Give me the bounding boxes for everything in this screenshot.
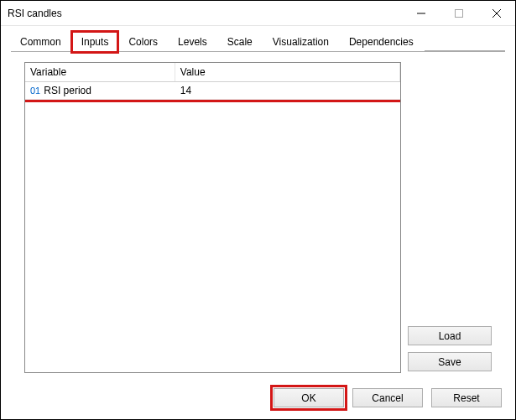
inputs-table: Variable Value 01 RSI period 14 (24, 62, 401, 373)
tab-scale[interactable]: Scale (218, 32, 262, 51)
row-variable: 01 RSI period (25, 82, 175, 99)
table-row[interactable]: 01 RSI period 14 (25, 82, 400, 100)
cancel-button[interactable]: Cancel (352, 388, 423, 407)
reset-button[interactable]: Reset (431, 388, 502, 407)
load-button[interactable]: Load (408, 326, 492, 345)
close-button[interactable] (477, 1, 515, 25)
tab-content: Variable Value 01 RSI period 14 Load Sav… (11, 51, 505, 380)
highlighted-table-area: Variable Value 01 RSI period 14 (25, 63, 400, 100)
row-variable-name: RSI period (44, 85, 91, 96)
row-value[interactable]: 14 (175, 82, 400, 99)
maximize-button (440, 1, 477, 25)
tab-colors[interactable]: Colors (119, 32, 167, 51)
dialog-window: RSI candles Common Inputs Colors Levels … (0, 0, 516, 420)
header-variable[interactable]: Variable (25, 63, 175, 81)
window-title: RSI candles (8, 8, 402, 19)
tab-levels[interactable]: Levels (169, 32, 216, 51)
save-button[interactable]: Save (408, 352, 492, 371)
tab-inputs[interactable]: Inputs (72, 32, 118, 52)
ok-button[interactable]: OK (274, 388, 344, 407)
row-index: 01 (30, 86, 40, 96)
table-header: Variable Value (25, 63, 400, 82)
tab-dependencies[interactable]: Dependencies (340, 32, 423, 51)
titlebar: RSI candles (1, 1, 515, 26)
side-buttons: Load Save (408, 62, 492, 373)
footer-buttons: OK Cancel Reset (1, 380, 515, 419)
svg-rect-1 (455, 9, 462, 17)
header-value[interactable]: Value (175, 63, 400, 81)
tab-visualization[interactable]: Visualization (263, 32, 338, 51)
window-controls (402, 1, 515, 25)
minimize-button[interactable] (402, 1, 440, 25)
tab-common[interactable]: Common (11, 32, 70, 51)
tab-bar: Common Inputs Colors Levels Scale Visual… (1, 26, 515, 51)
